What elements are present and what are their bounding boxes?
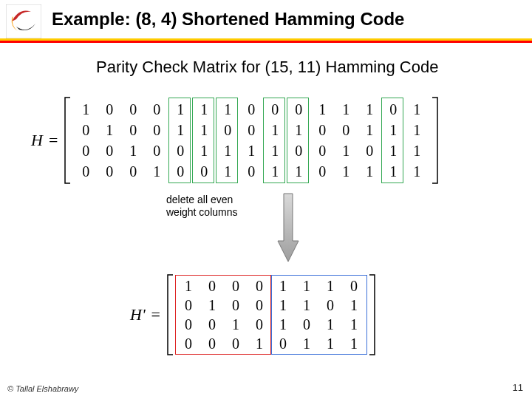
copyright: © Tallal Elshabrawy	[7, 384, 78, 393]
matrix-cell: 0	[98, 161, 121, 182]
matrix-cell: 0	[248, 315, 271, 334]
page-number: 11	[513, 382, 523, 393]
matrix-cell: 0	[177, 296, 200, 315]
matrix-cell: 0	[310, 161, 334, 182]
matrix-cell: 1	[381, 140, 405, 161]
matrix-cell: 1	[239, 140, 263, 161]
matrix-cell: 1	[192, 99, 216, 120]
matrix-cell: 0	[224, 276, 248, 296]
matrix-cell: 0	[121, 161, 145, 182]
matrix-cell: 0	[168, 140, 192, 161]
matrix-cell: 1	[287, 161, 310, 182]
matrix-cell: 0	[224, 334, 248, 353]
matrix-cell: 1	[192, 140, 216, 161]
matrix-cell: 1	[318, 334, 342, 353]
equals-sign: =	[49, 131, 58, 150]
matrix-cell: 0	[287, 99, 310, 120]
matrix-cell: 0	[168, 161, 192, 182]
matrix-cell: 0	[145, 140, 168, 161]
matrix-cell: 0	[287, 140, 310, 161]
matrix-cell: 1	[74, 99, 98, 120]
matrix-cell: 0	[263, 99, 287, 120]
matrix-cell: 1	[168, 99, 192, 120]
matrix-cell: 1	[405, 120, 429, 140]
matrix-cell: 0	[74, 161, 98, 182]
matrix-h-prime: H' = 10001110010011010010101100010111	[130, 273, 376, 356]
matrix-cell: 0	[177, 334, 200, 353]
matrix-cell: 1	[192, 120, 216, 140]
matrix-cell: 0	[216, 120, 239, 140]
logo-icon	[6, 4, 41, 38]
matrix-cell: 1	[334, 161, 358, 182]
matrix-h-table: 1000111000111010100110011001110010011110…	[74, 99, 429, 182]
matrix-cell: 0	[381, 99, 405, 120]
underline-red	[0, 41, 532, 43]
equals-sign: =	[151, 305, 160, 324]
matrix-cell: 1	[358, 161, 381, 182]
matrix-cell: 1	[121, 140, 145, 161]
bracket-left-icon	[166, 273, 174, 356]
matrix-cell: 0	[224, 296, 248, 315]
header: Example: (8, 4) Shortened Hamming Code	[0, 0, 532, 44]
matrix-cell: 1	[295, 334, 318, 353]
matrix-cell: 0	[248, 296, 271, 315]
subtitle: Parity Check Matrix for (15, 11) Hamming…	[96, 58, 438, 77]
matrix-cell: 0	[310, 120, 334, 140]
matrix-cell: 1	[263, 120, 287, 140]
matrix-cell: 1	[271, 315, 295, 334]
matrix-h: H = 100011100011101010011001100111001001…	[31, 96, 439, 185]
bracket-right-icon	[432, 96, 439, 185]
matrix-cell: 0	[295, 315, 318, 334]
matrix-cell: 1	[358, 99, 381, 120]
matrix-cell: 1	[216, 140, 239, 161]
matrix-cell: 1	[310, 99, 334, 120]
matrix-cell: 0	[121, 99, 145, 120]
delete-note-line2: weight columns	[166, 206, 238, 219]
matrix-cell: 1	[287, 120, 310, 140]
matrix-cell: 1	[405, 99, 429, 120]
matrix-cell: 1	[405, 140, 429, 161]
matrix-cell: 0	[248, 276, 271, 296]
matrix-cell: 0	[239, 161, 263, 182]
delete-note: delete all even weight columns	[166, 194, 238, 219]
matrix-cell: 0	[358, 140, 381, 161]
matrix-cell: 1	[405, 161, 429, 182]
matrix-cell: 0	[334, 120, 358, 140]
matrix-cell: 1	[177, 276, 200, 296]
matrix-cell: 0	[239, 99, 263, 120]
matrix-cell: 1	[145, 161, 168, 182]
matrix-h-prime-label: H'	[130, 305, 146, 324]
bracket-right-icon	[369, 273, 376, 356]
matrix-cell: 1	[271, 276, 295, 296]
matrix-cell: 1	[98, 120, 121, 140]
matrix-cell: 1	[224, 315, 248, 334]
matrix-cell: 0	[200, 276, 224, 296]
matrix-cell: 1	[271, 296, 295, 315]
arrow-down-icon	[273, 192, 303, 266]
matrix-cell: 1	[342, 296, 366, 315]
matrix-cell: 0	[200, 334, 224, 353]
matrix-cell: 1	[263, 140, 287, 161]
matrix-cell: 1	[342, 334, 366, 353]
matrix-cell: 0	[74, 120, 98, 140]
matrix-cell: 1	[318, 276, 342, 296]
matrix-h-prime-table: 10001110010011010010101100010111	[177, 276, 366, 353]
matrix-cell: 0	[121, 120, 145, 140]
matrix-cell: 1	[358, 120, 381, 140]
matrix-cell: 0	[145, 120, 168, 140]
slide-title: Example: (8, 4) Shortened Hamming Code	[52, 9, 404, 30]
matrix-cell: 0	[74, 140, 98, 161]
matrix-cell: 1	[216, 99, 239, 120]
matrix-cell: 0	[200, 315, 224, 334]
matrix-cell: 0	[342, 276, 366, 296]
matrix-cell: 1	[318, 315, 342, 334]
matrix-cell: 1	[168, 120, 192, 140]
matrix-cell: 1	[342, 315, 366, 334]
matrix-cell: 1	[263, 161, 287, 182]
matrix-cell: 1	[334, 140, 358, 161]
matrix-cell: 0	[177, 315, 200, 334]
matrix-cell: 1	[248, 334, 271, 353]
matrix-cell: 1	[295, 296, 318, 315]
matrix-cell: 0	[239, 120, 263, 140]
matrix-cell: 0	[318, 296, 342, 315]
